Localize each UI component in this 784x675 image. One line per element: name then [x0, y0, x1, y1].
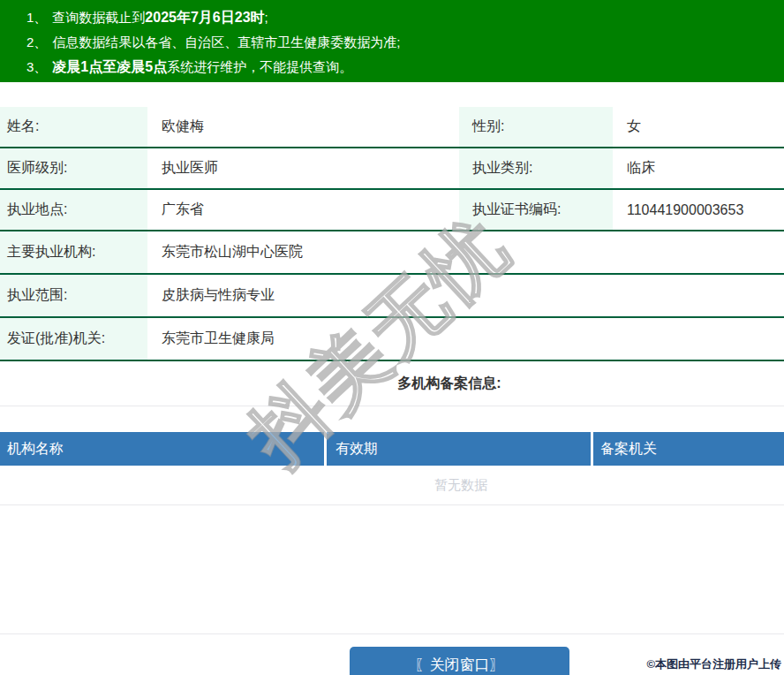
info-row-issuing-authority: 发证(批准)机关: 东莞市卫生健康局 [0, 318, 784, 361]
practice-location-value: 广东省 [147, 190, 459, 230]
info-row-practice-scope: 执业范围: 皮肤病与性病专业 [0, 275, 784, 318]
notice-line-1: 1、查询数据截止到2025年7月6日23时; [26, 5, 784, 30]
notice-text: 信息数据结果以各省、自治区、直辖市卫生健康委数据为准; [52, 34, 400, 49]
certificate-number-value: 110441900003653 [613, 190, 784, 230]
gender-label: 性别: [459, 107, 613, 147]
notice-text: 查询数据截止到 [52, 10, 145, 25]
main-institution-label: 主要执业机构: [0, 231, 147, 273]
notice-line-3: 3、凌晨1点至凌晨5点系统进行维护，不能提供查询。 [26, 55, 784, 80]
notice-line-number: 1、 [26, 10, 47, 25]
gender-value: 女 [613, 107, 784, 147]
notice-line-number: 3、 [26, 59, 47, 74]
notice-text: 系统进行维护，不能提供查询。 [167, 59, 352, 74]
upload-caption: ©本图由平台注册用户上传 [646, 656, 781, 672]
filing-empty-row: 暂无数据 [0, 466, 784, 505]
filing-table-header: 机构名称 有效期 备案机关 [0, 432, 784, 466]
filing-section-title-text: 多机构备案信息: [397, 375, 501, 393]
content-divider [0, 505, 784, 634]
notice-text-bold: 2025年7月6日23时 [145, 10, 264, 25]
notice-line-number: 2、 [26, 34, 47, 49]
info-row-level-category: 医师级别: 执业医师 执业类别: 临床 [0, 148, 784, 190]
practice-category-value: 临床 [613, 148, 784, 188]
main-institution-value: 东莞市松山湖中心医院 [147, 231, 784, 273]
info-row-name-gender: 姓名: 欧健梅 性别: 女 [0, 107, 784, 148]
doctor-level-label: 医师级别: [0, 148, 147, 188]
practice-scope-label: 执业范围: [0, 275, 147, 316]
certificate-number-label: 执业证书编码: [459, 190, 613, 230]
name-value: 欧健梅 [147, 107, 459, 147]
info-row-location-certificate: 执业地点: 广东省 执业证书编码: 110441900003653 [0, 190, 784, 231]
info-row-main-institution: 主要执业机构: 东莞市松山湖中心医院 [0, 231, 784, 275]
name-label: 姓名: [0, 107, 147, 147]
close-window-button[interactable]: 〖关闭窗口〗 [350, 647, 569, 675]
issuing-authority-value: 东莞市卫生健康局 [147, 318, 784, 360]
doctor-level-value: 执业医师 [147, 148, 459, 188]
practice-category-label: 执业类别: [459, 148, 613, 188]
empty-data-text: 暂无数据 [434, 477, 487, 494]
notice-text: ; [265, 10, 268, 25]
filing-header-authority: 备案机关 [593, 432, 784, 466]
notice-text-bold: 凌晨1点至凌晨5点 [52, 59, 167, 74]
notice-line-2: 2、信息数据结果以各省、自治区、直辖市卫生健康委数据为准; [26, 30, 784, 55]
practitioner-info-table: 姓名: 欧健梅 性别: 女 医师级别: 执业医师 执业类别: 临床 执业地点: … [0, 107, 784, 361]
filing-header-institution: 机构名称 [0, 432, 327, 466]
issuing-authority-label: 发证(批准)机关: [0, 318, 147, 360]
notice-banner: 1、查询数据截止到2025年7月6日23时; 2、信息数据结果以各省、自治区、直… [0, 0, 784, 82]
practice-location-label: 执业地点: [0, 190, 147, 230]
filing-header-validity: 有效期 [327, 432, 593, 466]
filing-section-title: 多机构备案信息: [0, 361, 784, 406]
practice-scope-value: 皮肤病与性病专业 [147, 275, 784, 316]
practitioner-query-result-page: 1、查询数据截止到2025年7月6日23时; 2、信息数据结果以各省、自治区、直… [0, 0, 784, 675]
